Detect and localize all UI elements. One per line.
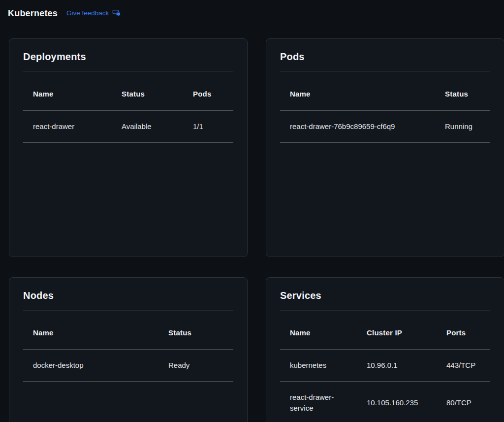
table-header-row: Name Status [23,311,233,350]
column-header-name: Name [280,72,435,111]
column-header-pods: Pods [183,72,233,111]
cards-grid: Deployments Name Status Pods react-drawe… [9,38,504,422]
table-header-row: Name Status [280,72,490,111]
services-card-title: Services [280,289,490,302]
column-header-status: Status [112,72,183,111]
cell-pod-name: react-drawer-76b9c89659-cf6q9 [280,111,435,143]
cell-pod-status: Running [435,111,490,143]
kubernetes-page: Kubernetes Give feedback Deployments Nam… [0,0,504,422]
cell-service-cluster-ip: 10.105.160.235 [357,382,437,422]
deployments-table: Name Status Pods react-drawer Available … [23,72,233,143]
cell-service-ports: 80/TCP [437,382,490,422]
table-row: kubernetes 10.96.0.1 443/TCP [280,350,490,382]
pods-table: Name Status react-drawer-76b9c89659-cf6q… [280,72,490,143]
deployments-card: Deployments Name Status Pods react-drawe… [9,38,248,257]
table-row: react-drawer-service 10.105.160.235 80/T… [280,382,490,422]
table-header-row: Name Cluster IP Ports [280,311,490,350]
cell-node-status: Ready [158,350,233,382]
cell-service-name: kubernetes [280,350,357,382]
column-header-name: Name [280,311,357,350]
column-header-cluster-ip: Cluster IP [357,311,437,350]
page-title: Kubernetes [8,8,58,19]
column-header-name: Name [23,311,158,350]
nodes-card: Nodes Name Status docker-desktop Ready [9,277,248,422]
cell-deployment-name: react-drawer [23,111,112,143]
cell-deployment-pods: 1/1 [183,111,233,143]
deployments-card-title: Deployments [23,50,233,63]
pods-card: Pods Name Status react-drawer-76b9c89659… [266,38,504,257]
column-header-name: Name [23,72,112,111]
column-header-status: Status [435,72,490,111]
cell-node-name: docker-desktop [23,350,158,382]
table-row: docker-desktop Ready [23,350,233,382]
pods-card-title: Pods [280,50,490,63]
table-row: react-drawer Available 1/1 [23,111,233,143]
give-feedback-label: Give feedback [66,9,109,18]
cell-service-name: react-drawer-service [280,382,357,422]
table-header-row: Name Status Pods [23,72,233,111]
nodes-card-title: Nodes [23,289,233,302]
column-header-status: Status [158,311,233,350]
give-feedback-link[interactable]: Give feedback [66,9,121,18]
services-card: Services Name Cluster IP Ports kubernete… [266,277,504,422]
cell-service-cluster-ip: 10.96.0.1 [357,350,437,382]
page-header: Kubernetes Give feedback [0,0,504,19]
services-table: Name Cluster IP Ports kubernetes 10.96.0… [280,311,490,422]
nodes-table: Name Status docker-desktop Ready [23,311,233,382]
table-row: react-drawer-76b9c89659-cf6q9 Running [280,111,490,143]
cell-deployment-status: Available [112,111,183,143]
cell-service-ports: 443/TCP [437,350,490,382]
column-header-ports: Ports [437,311,490,350]
chat-bubbles-icon [112,9,121,17]
